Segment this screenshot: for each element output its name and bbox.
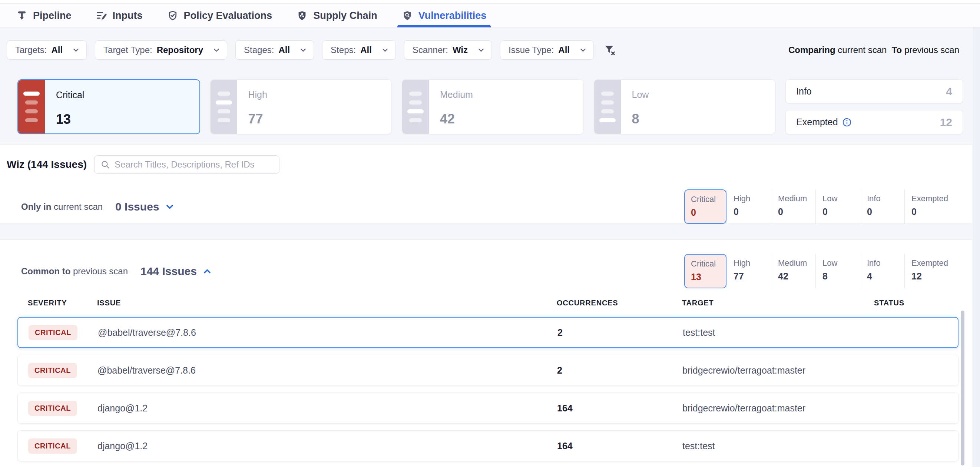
- info-icon[interactable]: [843, 118, 851, 127]
- tab-supply-chain[interactable]: Supply Chain: [296, 4, 377, 27]
- filter-label: Scanner:: [412, 45, 448, 55]
- filter-issue-type[interactable]: Issue Type: All: [500, 40, 594, 60]
- pill-label: Exempted: [912, 258, 949, 268]
- severity-card-label: Medium: [440, 89, 473, 100]
- pill-high[interactable]: High 77: [727, 254, 771, 288]
- clear-filters-icon[interactable]: [603, 44, 616, 56]
- pill-label: Critical: [691, 259, 726, 269]
- search-input[interactable]: [115, 159, 273, 170]
- severity-card-critical[interactable]: Critical 13: [18, 79, 200, 134]
- pill-label: Medium: [778, 194, 815, 203]
- pill-count: 77: [733, 271, 771, 282]
- pill-critical[interactable]: Critical 0: [684, 189, 727, 224]
- pill-low[interactable]: Low 0: [815, 189, 860, 224]
- filter-label: Target Type:: [103, 45, 152, 55]
- chevron-up-icon: [202, 266, 212, 276]
- pill-exempted[interactable]: Exempted 12: [904, 254, 949, 288]
- occurrences-cell: 164: [557, 441, 682, 451]
- table-row[interactable]: CRITICAL @babel/traverse@7.8.6 2 bridgec…: [18, 355, 958, 386]
- severity-card-count: 13: [56, 111, 84, 127]
- occurrences-cell: 2: [557, 327, 683, 338]
- pill-count: 12: [912, 271, 949, 282]
- column-occurrences: OCCURRENCES: [557, 299, 682, 307]
- tab-label: Inputs: [113, 10, 143, 22]
- tab-vulnerabilities[interactable]: Vulnerabilities: [402, 4, 487, 27]
- table-header: SEVERITY ISSUE OCCURRENCES TARGET STATUS: [28, 299, 972, 307]
- pill-count: 0: [822, 206, 860, 217]
- column-target: TARGET: [682, 299, 874, 307]
- severity-meter-icon: [18, 80, 45, 133]
- tab-policy-evaluations[interactable]: Policy Evaluations: [167, 4, 272, 27]
- filter-value: All: [51, 45, 63, 55]
- tab-inputs[interactable]: Inputs: [96, 4, 143, 27]
- pill-high[interactable]: High 0: [727, 189, 771, 224]
- severity-card-count: 77: [248, 111, 267, 127]
- issues-count: 144 Issues: [140, 265, 197, 278]
- pill-info[interactable]: Info 0: [860, 189, 904, 224]
- common-to-issues-toggle[interactable]: 144 Issues: [140, 265, 212, 278]
- severity-badge: CRITICAL: [28, 401, 77, 416]
- section-label: Common to previous scan: [21, 266, 128, 276]
- table-row[interactable]: CRITICAL django@1.2 164 test:test: [18, 430, 958, 461]
- filter-target-type[interactable]: Target Type: Repository: [95, 40, 227, 60]
- severity-badge: CRITICAL: [29, 325, 78, 340]
- tab-pipeline[interactable]: Pipeline: [16, 4, 72, 27]
- tab-label: Vulnerabilities: [418, 10, 487, 22]
- table-row[interactable]: CRITICAL @babel/traverse@7.8.6 2 test:te…: [18, 317, 958, 348]
- filter-label: Targets:: [15, 45, 47, 55]
- table-body: CRITICAL @babel/traverse@7.8.6 2 test:te…: [0, 317, 972, 461]
- vertical-scrollbar[interactable]: [961, 311, 964, 465]
- filter-targets[interactable]: Targets: All: [7, 40, 87, 60]
- issue-cell: django@1.2: [97, 441, 557, 451]
- filter-value: Wiz: [453, 45, 468, 55]
- severity-card-high[interactable]: High 77: [210, 79, 392, 134]
- filter-steps[interactable]: Steps: All: [322, 40, 396, 60]
- section-label: Only in current scan: [21, 202, 103, 212]
- severity-badge: CRITICAL: [28, 438, 77, 454]
- column-status: STATUS: [874, 299, 972, 307]
- inputs-icon: [96, 10, 107, 21]
- only-in-current-scan-section: Only in current scan 0 Issues Critical 0…: [0, 189, 972, 224]
- tab-label: Pipeline: [33, 10, 72, 22]
- chevron-down-icon: [477, 46, 485, 54]
- pill-label: Info: [867, 258, 904, 268]
- pill-low[interactable]: Low 8: [815, 254, 860, 288]
- severity-meter-icon: [402, 80, 429, 134]
- filter-value: All: [558, 45, 570, 55]
- pill-medium[interactable]: Medium 42: [771, 254, 815, 288]
- severity-cards-row: Critical 13 High 77 Medium 42 Low 8: [0, 79, 972, 134]
- exempted-card[interactable]: Exempted 12: [786, 110, 963, 134]
- pill-count: 0: [912, 206, 949, 217]
- issue-cell: django@1.2: [97, 403, 557, 414]
- pill-label: Low: [822, 258, 860, 268]
- pill-count: 0: [778, 206, 815, 217]
- pill-count: 0: [867, 206, 904, 217]
- top-strip: [0, 0, 980, 4]
- scanner-title: Wiz (144 Issues): [7, 159, 87, 170]
- pill-count: 0: [733, 206, 771, 217]
- info-card[interactable]: Info 4: [786, 79, 963, 103]
- pill-info[interactable]: Info 4: [860, 254, 904, 288]
- table-row[interactable]: CRITICAL django@1.2 164 bridgecrewio/ter…: [18, 392, 958, 424]
- target-cell: test:test: [682, 441, 874, 451]
- pill-count: 4: [867, 271, 904, 282]
- filter-scanner[interactable]: Scanner: Wiz: [404, 40, 492, 60]
- column-severity: SEVERITY: [28, 299, 97, 307]
- pill-label: Exempted: [912, 194, 949, 203]
- pill-exempted[interactable]: Exempted 0: [904, 189, 949, 224]
- severity-meter-icon: [210, 80, 237, 134]
- filter-stages[interactable]: Stages: All: [235, 40, 314, 60]
- pill-label: Info: [867, 194, 904, 203]
- info-card-label: Info: [796, 86, 812, 97]
- pill-critical[interactable]: Critical 13: [684, 254, 727, 288]
- policy-evaluations-icon: [167, 10, 178, 21]
- pill-label: Low: [822, 194, 860, 203]
- pipeline-icon: [16, 10, 27, 21]
- filter-label: Stages:: [244, 45, 274, 55]
- pill-label: Medium: [778, 258, 815, 268]
- severity-card-medium[interactable]: Medium 42: [402, 79, 584, 134]
- pill-medium[interactable]: Medium 0: [771, 189, 815, 224]
- severity-card-low[interactable]: Low 8: [594, 79, 776, 134]
- only-in-issues-toggle[interactable]: 0 Issues: [115, 200, 175, 213]
- side-cards-column: Info 4 Exempted 12: [786, 79, 963, 134]
